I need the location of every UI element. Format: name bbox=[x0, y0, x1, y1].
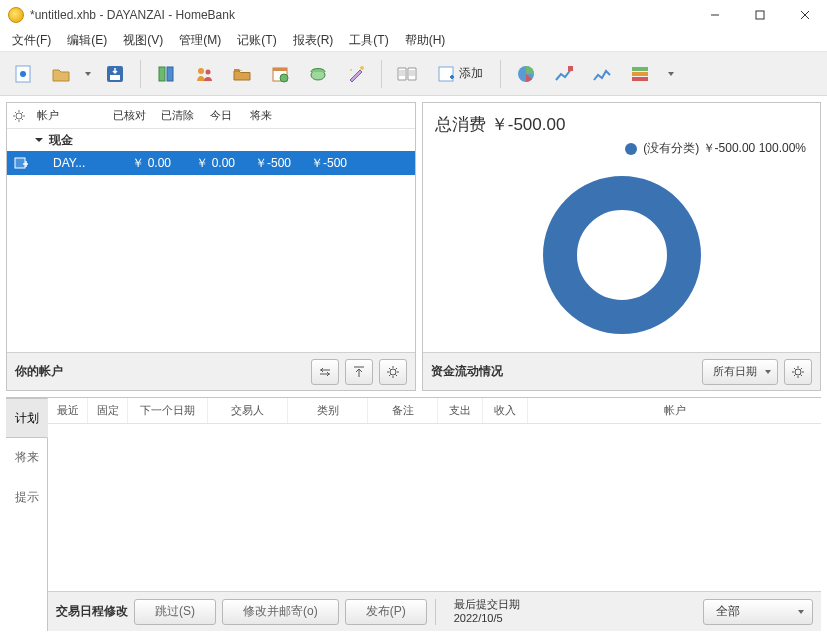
collapse-all-button[interactable] bbox=[345, 359, 373, 385]
col-recent[interactable]: 最近 bbox=[48, 398, 88, 423]
col-future[interactable]: 将来 bbox=[241, 108, 281, 123]
tab-future[interactable]: 将来 bbox=[6, 438, 47, 478]
window-title: *untitled.xhb - DAYANZAI - HomeBank bbox=[30, 8, 235, 22]
account-row-icon bbox=[7, 156, 35, 170]
edit-post-button[interactable]: 修改并邮寄(o) bbox=[222, 599, 339, 625]
tab-schedule[interactable]: 计划 bbox=[6, 398, 48, 438]
window-titlebar: *untitled.xhb - DAYANZAI - HomeBank bbox=[0, 0, 827, 30]
svg-point-10 bbox=[198, 68, 204, 74]
account-row-selected[interactable]: DAY... ￥ 0.00 ￥ 0.00 ￥-500 ￥-500 bbox=[7, 151, 415, 175]
menu-ledger[interactable]: 记账(T) bbox=[231, 30, 282, 51]
col-category[interactable]: 类别 bbox=[288, 398, 368, 423]
balance-report-icon[interactable] bbox=[585, 57, 619, 91]
save-file-icon[interactable] bbox=[98, 57, 132, 91]
tab-remind[interactable]: 提示 bbox=[6, 478, 47, 518]
budget-report-icon[interactable] bbox=[623, 57, 657, 91]
svg-rect-22 bbox=[632, 72, 648, 76]
expand-collapse-button[interactable] bbox=[311, 359, 339, 385]
manage-payees-icon[interactable] bbox=[187, 57, 221, 91]
last-post-date-label: 最后提交日期 bbox=[454, 598, 520, 611]
new-file-icon[interactable] bbox=[6, 57, 40, 91]
svg-line-40 bbox=[389, 368, 391, 370]
account-group-cash[interactable]: 现金 bbox=[7, 129, 415, 151]
svg-point-44 bbox=[560, 193, 684, 317]
manage-budget-icon[interactable] bbox=[301, 57, 335, 91]
spending-footer: 资金流动情况 所有日期 bbox=[423, 352, 820, 390]
account-val-today: ￥-500 bbox=[241, 155, 297, 172]
account-val-cleared: ￥ 0.00 bbox=[177, 155, 241, 172]
manage-scheduled-icon[interactable] bbox=[263, 57, 297, 91]
col-fixed[interactable]: 固定 bbox=[88, 398, 128, 423]
svg-point-17 bbox=[350, 69, 352, 71]
add-label: 添加 bbox=[459, 65, 483, 82]
open-file-icon[interactable] bbox=[44, 57, 78, 91]
schedule-empty-area[interactable] bbox=[48, 424, 821, 591]
svg-point-16 bbox=[360, 66, 364, 70]
svg-point-24 bbox=[16, 113, 22, 119]
svg-line-52 bbox=[794, 374, 796, 376]
show-transactions-icon[interactable] bbox=[390, 57, 424, 91]
donut-chart bbox=[423, 157, 820, 352]
col-account[interactable]: 帐户 bbox=[528, 398, 821, 423]
spending-panel: 总消费 ￥-500.00 (没有分类) ￥-500.00 100.00% 资金流… bbox=[422, 102, 821, 391]
svg-point-14 bbox=[280, 74, 288, 82]
app-icon bbox=[8, 7, 24, 23]
col-nextdate[interactable]: 下一个日期 bbox=[128, 398, 208, 423]
col-reconciled[interactable]: 已核对 bbox=[105, 108, 153, 123]
svg-rect-23 bbox=[632, 77, 648, 81]
svg-rect-8 bbox=[159, 67, 165, 81]
stats-report-icon[interactable] bbox=[509, 57, 543, 91]
accounts-footer-label: 你的帐户 bbox=[15, 363, 63, 380]
last-post-date: 最后提交日期 2022/10/5 bbox=[444, 598, 530, 624]
svg-point-5 bbox=[20, 71, 26, 77]
legend-text: (没有分类) ￥-500.00 100.00% bbox=[643, 140, 806, 157]
schedule-footer: 交易日程修改 跳过(S) 修改并邮寄(o) 发布(P) 最后提交日期 2022/… bbox=[48, 591, 821, 631]
accounts-gear-icon[interactable] bbox=[7, 109, 31, 123]
accounts-header: 帐户 已核对 已清除 今日 将来 bbox=[7, 103, 415, 129]
spending-settings-button[interactable] bbox=[784, 359, 812, 385]
maximize-button[interactable] bbox=[737, 0, 782, 30]
spending-title-amount: ￥-500.00 bbox=[491, 115, 566, 134]
menu-view[interactable]: 视图(V) bbox=[117, 30, 169, 51]
minimize-button[interactable] bbox=[692, 0, 737, 30]
schedule-filter-dropdown[interactable]: 全部 bbox=[703, 599, 813, 625]
svg-rect-13 bbox=[273, 68, 287, 71]
account-val-reconciled: ￥ 0.00 bbox=[113, 155, 177, 172]
col-today[interactable]: 今日 bbox=[201, 108, 241, 123]
post-button[interactable]: 发布(P) bbox=[345, 599, 427, 625]
svg-line-51 bbox=[801, 374, 803, 376]
accounts-settings-button[interactable] bbox=[379, 359, 407, 385]
svg-line-42 bbox=[389, 374, 391, 376]
menu-manage[interactable]: 管理(M) bbox=[173, 30, 227, 51]
manage-accounts-icon[interactable] bbox=[149, 57, 183, 91]
svg-rect-21 bbox=[632, 67, 648, 71]
accounts-tree[interactable]: 现金 DAY... ￥ 0.00 ￥ 0.00 ￥-500 ￥-500 bbox=[7, 129, 415, 352]
manage-assignments-icon[interactable] bbox=[339, 57, 373, 91]
date-range-dropdown[interactable]: 所有日期 bbox=[702, 359, 778, 385]
menu-help[interactable]: 帮助(H) bbox=[399, 30, 452, 51]
last-post-date-value: 2022/10/5 bbox=[454, 612, 520, 625]
manage-categories-icon[interactable] bbox=[225, 57, 259, 91]
menu-tools[interactable]: 工具(T) bbox=[343, 30, 394, 51]
svg-rect-20 bbox=[568, 66, 573, 71]
svg-rect-33 bbox=[15, 158, 25, 168]
add-transaction-button[interactable]: 添加 bbox=[428, 57, 492, 91]
trend-report-icon[interactable] bbox=[547, 57, 581, 91]
col-memo[interactable]: 备注 bbox=[368, 398, 438, 423]
menu-edit[interactable]: 编辑(E) bbox=[61, 30, 113, 51]
close-button[interactable] bbox=[782, 0, 827, 30]
report-dropdown[interactable] bbox=[665, 72, 677, 76]
menu-report[interactable]: 报表(R) bbox=[287, 30, 340, 51]
col-expense[interactable]: 支出 bbox=[438, 398, 483, 423]
legend-color-icon bbox=[625, 143, 637, 155]
col-payee[interactable]: 交易人 bbox=[208, 398, 288, 423]
col-cleared[interactable]: 已清除 bbox=[153, 108, 201, 123]
col-income[interactable]: 收入 bbox=[483, 398, 528, 423]
svg-line-32 bbox=[22, 112, 24, 114]
open-recent-dropdown[interactable] bbox=[82, 72, 94, 76]
col-account[interactable]: 帐户 bbox=[31, 108, 105, 123]
skip-button[interactable]: 跳过(S) bbox=[134, 599, 216, 625]
svg-line-30 bbox=[22, 118, 24, 120]
schedule-header: 最近 固定 下一个日期 交易人 类别 备注 支出 收入 帐户 bbox=[48, 398, 821, 424]
menu-file[interactable]: 文件(F) bbox=[6, 30, 57, 51]
